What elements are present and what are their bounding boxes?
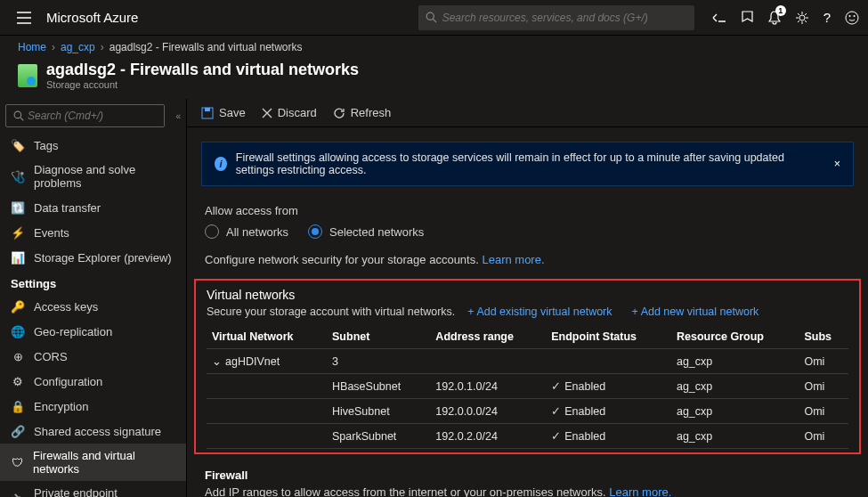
learn-more-link[interactable]: Learn more. [482,253,544,266]
table-row[interactable]: ⌄agHDIVnet 3 ag_cxp Omi [207,349,848,374]
gear-icon: ⚙ [11,374,25,388]
content-toolbar: Save Discard Refresh [187,99,868,127]
svg-point-3 [846,12,858,24]
chevron-down-icon[interactable]: ⌄ [212,354,222,368]
sidebar-item[interactable]: 🔃Data transfer [0,195,186,220]
sidebar-item[interactable]: 🔗Shared access signature [0,419,186,444]
sidebar-item[interactable]: 🛡Firewalls and virtual networks [0,444,186,481]
sidebar-item[interactable]: 🏷️Tags [0,133,186,158]
global-search[interactable] [418,5,694,30]
sidebar-search[interactable] [5,104,165,127]
page-title: agadlsg2 - Firewalls and virtual network… [46,61,359,79]
cell-status [546,349,671,374]
info-icon: i [215,157,227,171]
info-banner: i Firewall settings allowing access to s… [201,142,854,186]
breadcrumb-parent[interactable]: ag_cxp [61,41,95,53]
radio-icon [308,224,322,239]
cors-icon: ⊕ [11,349,25,363]
settings-icon[interactable] [795,11,809,25]
brand-name[interactable]: Microsoft Azure [46,10,138,25]
search-input[interactable] [442,12,687,24]
cell-vnet-name [207,374,327,399]
content-panel: Save Discard Refresh i Firewall settings… [187,99,868,497]
sidebar-item[interactable]: ⚙Configuration [0,369,186,394]
add-new-vnet[interactable]: + Add new virtual network [632,306,759,318]
info-text: Firewall settings allowing access to sto… [236,151,825,176]
vnet-column-header[interactable]: Virtual Network [207,325,327,349]
sidebar-item-label: Diagnose and solve problems [34,163,175,190]
sidebar-item-label: Tags [34,139,58,152]
refresh-button[interactable]: Refresh [333,106,392,119]
access-heading: Allow access from [205,204,850,217]
sidebar-item[interactable]: 🔒Encryption [0,394,186,419]
sidebar-search-input[interactable] [28,110,157,122]
vnet-column-header[interactable]: Address range [430,325,546,349]
diagnose-icon: 🩺 [11,169,25,183]
sidebar-item[interactable]: 🔑Access keys [0,294,186,319]
radio-icon [205,224,219,239]
globe-icon: 🌐 [11,324,25,338]
sidebar-item-label: Events [34,226,69,240]
vnet-column-header[interactable]: Endpoint Status [546,325,671,349]
firewall-section: Firewall Add IP ranges to allow access f… [187,461,868,497]
cell-range: 192.0.1.0/24 [430,374,546,399]
check-icon: ✓ [551,405,561,418]
breadcrumb-current: agadlsg2 - Firewalls and virtual network… [110,41,303,53]
cell-subnet: HiveSubnet [327,399,430,424]
virtual-networks-box: Virtual networks Secure your storage acc… [194,279,861,454]
save-icon [201,107,214,119]
sidebar-item-label: CORS [34,350,68,363]
page-heading: agadlsg2 - Firewalls and virtual network… [0,57,868,99]
learn-more-link[interactable]: Learn more. [609,485,671,497]
sidebar-item-label: Firewalls and virtual networks [33,449,175,476]
endpoint-icon: 🔌 [11,493,25,497]
radio-selected-networks[interactable]: Selected networks [308,224,424,239]
menu-toggle[interactable] [9,12,39,24]
vnet-column-header[interactable]: Subs [799,325,848,349]
topbar: Microsoft Azure 1 ? [0,0,868,36]
cell-vnet-name [207,399,327,424]
save-button[interactable]: Save [201,106,246,119]
vnet-column-header[interactable]: Subnet [327,325,430,349]
cell-status: ✓Enabled [546,399,671,424]
help-icon[interactable]: ? [823,10,831,25]
close-icon[interactable]: × [834,158,840,170]
refresh-icon [333,107,345,119]
sidebar: « 🏷️Tags🩺Diagnose and solve problems🔃Dat… [0,99,187,497]
sidebar-heading-settings: Settings [0,270,186,294]
table-row[interactable]: HBaseSubnet 192.0.1.0/24 ✓Enabled ag_cxp… [207,374,848,399]
directory-icon[interactable] [741,11,754,24]
lock-icon: 🔒 [11,399,25,413]
vnet-column-header[interactable]: Resource Group [671,325,799,349]
svg-rect-9 [205,108,210,111]
sidebar-item-label: Data transfer [34,201,101,215]
signature-icon: 🔗 [11,424,25,438]
cloud-shell-icon[interactable] [712,12,726,24]
feedback-icon[interactable] [845,11,859,25]
table-row[interactable]: HiveSubnet 192.0.0.0/24 ✓Enabled ag_cxp … [207,399,848,424]
cell-subs: Omi [799,349,848,374]
breadcrumb-home[interactable]: Home [18,41,46,53]
cell-range: 192.0.0.0/24 [430,399,546,424]
cell-status: ✓Enabled [546,374,671,399]
discard-icon [262,108,272,118]
sidebar-item-label: Encryption [34,400,88,413]
table-row[interactable]: SparkSubnet 192.0.2.0/24 ✓Enabled ag_cxp… [207,424,848,449]
add-existing-vnet[interactable]: + Add existing virtual network [467,306,612,318]
cell-subnet: 3 [327,349,430,374]
radio-all-networks[interactable]: All networks [205,224,288,239]
access-section: Allow access from All networks Selected … [187,200,868,246]
sidebar-item[interactable]: 🩺Diagnose and solve problems [0,158,186,195]
sidebar-item[interactable]: 🌐Geo-replication [0,319,186,344]
sidebar-item[interactable]: ⚡Events [0,220,186,245]
breadcrumb: Home › ag_cxp › agadlsg2 - Firewalls and… [0,36,868,57]
cell-subnet: HBaseSubnet [327,374,430,399]
sidebar-collapse[interactable]: « [170,111,186,121]
key-icon: 🔑 [11,299,25,314]
svg-point-4 [849,15,851,17]
sidebar-item[interactable]: 🔌Private endpoint connection... [0,481,186,497]
sidebar-item[interactable]: 📊Storage Explorer (preview) [0,245,186,270]
notifications-icon[interactable]: 1 [768,11,781,25]
discard-button[interactable]: Discard [262,106,317,119]
sidebar-item[interactable]: ⊕CORS [0,344,186,369]
